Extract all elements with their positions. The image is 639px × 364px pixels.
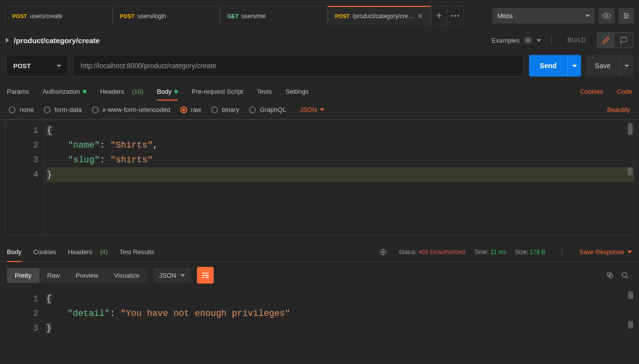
mode-toggle: [597, 32, 633, 48]
search-response-button[interactable]: [617, 268, 632, 283]
response-body-editor[interactable]: 1 2 3 { "detail": "You have not enough p…: [5, 288, 634, 362]
method-select[interactable]: POST: [6, 55, 69, 77]
request-tabs: POST users/create POST users/login GET u…: [5, 6, 480, 26]
tab-tests[interactable]: Tests: [257, 82, 272, 100]
radio-raw[interactable]: raw: [180, 106, 201, 113]
globe-icon[interactable]: [379, 248, 387, 256]
line-number: 4: [5, 167, 38, 182]
body-language-select[interactable]: JSON: [300, 106, 325, 113]
status-label: Status:: [399, 249, 417, 256]
radio-graphql[interactable]: GraphQL: [249, 106, 286, 113]
settings-button[interactable]: [618, 8, 634, 24]
code-token: ,: [153, 140, 158, 150]
method-label: POST: [13, 62, 30, 70]
tab-params[interactable]: Params: [7, 82, 29, 100]
radio-icon: [9, 106, 16, 113]
tab-users-create[interactable]: POST users/create: [5, 6, 112, 26]
radio-label: raw: [191, 106, 201, 113]
scrollbar-thumb[interactable]: [628, 291, 633, 299]
line-number: 3: [5, 321, 38, 336]
wrap-lines-toggle[interactable]: [197, 267, 214, 284]
resp-tab-cookies[interactable]: Cookies: [33, 242, 56, 261]
chevron-down-icon: [320, 108, 325, 111]
line-number: 2: [5, 306, 38, 321]
comment-mode-button[interactable]: [615, 33, 633, 48]
radio-formdata[interactable]: form-data: [44, 106, 82, 113]
copy-response-button[interactable]: [603, 268, 617, 283]
radio-icon: [249, 106, 256, 113]
tab-label: Test Results: [119, 248, 154, 256]
resp-tab-headers[interactable]: Headers (4): [68, 242, 108, 261]
send-button[interactable]: Send: [529, 55, 581, 77]
radio-icon: [180, 106, 187, 113]
tab-headers[interactable]: Headers (10): [100, 82, 143, 100]
code-token: "You have not enough privileges": [120, 309, 290, 318]
scrollbar-thumb[interactable]: [628, 321, 633, 329]
line-number: 1: [5, 123, 38, 138]
view-preview[interactable]: Preview: [68, 268, 106, 283]
new-tab-button[interactable]: [431, 6, 447, 26]
line-gutter: 1 2 3 4: [5, 120, 45, 235]
plus-icon: [436, 13, 442, 19]
chevron-down-icon: [627, 251, 632, 253]
edit-mode-button[interactable]: [597, 33, 615, 48]
view-mode-segmented: Pretty Raw Preview Visualize: [7, 268, 147, 283]
code-token: "name": [68, 140, 100, 150]
response-language-select[interactable]: JSON: [153, 268, 191, 283]
chevron-down-icon: [536, 39, 541, 42]
collapse-toggle-icon[interactable]: [6, 38, 9, 43]
tab-body[interactable]: Body: [157, 82, 178, 100]
radio-none[interactable]: none: [9, 106, 34, 113]
tab-prerequest[interactable]: Pre-request Script: [192, 82, 243, 100]
view-raw[interactable]: Raw: [39, 268, 68, 283]
view-pretty[interactable]: Pretty: [7, 268, 39, 283]
size-label: Size:: [515, 249, 528, 256]
tab-overflow-button[interactable]: •••: [447, 6, 464, 26]
cookies-link[interactable]: Cookies: [580, 88, 603, 95]
request-body-editor[interactable]: 1 2 3 4 { "name": "Shirts", "slug": "shi…: [5, 120, 634, 235]
view-visualize[interactable]: Visualize: [106, 268, 147, 283]
ellipsis-icon: •••: [451, 12, 461, 20]
code-link[interactable]: Code: [617, 88, 632, 95]
resp-tab-testresults[interactable]: Test Results: [119, 242, 154, 261]
response-meta: Status: 401 Unauthorized Time: 11 ms Siz…: [399, 249, 545, 256]
code-token: "slug": [68, 155, 100, 165]
tab-authorization[interactable]: Authorization: [43, 82, 86, 100]
tab-label: Body: [7, 248, 22, 256]
save-dropdown[interactable]: [619, 55, 633, 77]
save-response-button[interactable]: Save Response: [579, 248, 632, 256]
url-value: http://localhost:8000/product/category/c…: [81, 62, 216, 70]
code-token: {: [46, 294, 52, 304]
tab-label: Params: [7, 88, 29, 95]
request-section-tabs: Params Authorization Headers (10) Body P…: [0, 82, 639, 100]
code-token: :: [110, 309, 121, 318]
url-input[interactable]: http://localhost:8000/product/category/c…: [74, 55, 524, 77]
close-icon[interactable]: ✕: [417, 12, 423, 20]
tab-method: GET: [227, 13, 239, 19]
chevron-down-icon: [572, 65, 577, 67]
beautify-button[interactable]: Beautify: [607, 106, 630, 113]
environment-quicklook-button[interactable]: [599, 8, 614, 24]
time-value: 11 ms: [490, 249, 506, 256]
examples-dropdown[interactable]: Examples 0: [492, 37, 541, 44]
code-area[interactable]: { "name": "Shirts", "slug": "shirts" }: [45, 120, 634, 235]
scrollbar-thumb[interactable]: [628, 123, 633, 135]
send-dropdown[interactable]: [567, 55, 581, 77]
search-icon: [621, 271, 629, 279]
save-button[interactable]: Save: [586, 55, 633, 77]
tab-users-me[interactable]: GET users/me: [220, 6, 328, 26]
resp-tab-body[interactable]: Body: [7, 242, 22, 261]
tab-label: Authorization: [43, 88, 80, 95]
scrollbar-thumb[interactable]: [628, 167, 633, 175]
tab-product-category-create[interactable]: POST /product/category/create ✕: [328, 6, 431, 26]
radio-label: x-www-form-urlencoded: [103, 106, 170, 113]
tab-users-login[interactable]: POST users/login: [112, 6, 220, 26]
code-token: "Shirts": [111, 140, 153, 150]
radio-binary[interactable]: binary: [211, 106, 239, 113]
environment-select[interactable]: Milda: [493, 8, 595, 24]
code-area[interactable]: { "detail": "You have not enough privile…: [44, 288, 634, 362]
save-response-label: Save Response: [579, 248, 624, 256]
radio-urlencoded[interactable]: x-www-form-urlencoded: [92, 106, 170, 113]
tab-settings[interactable]: Settings: [285, 82, 308, 100]
environment-area: Milda: [493, 8, 634, 24]
